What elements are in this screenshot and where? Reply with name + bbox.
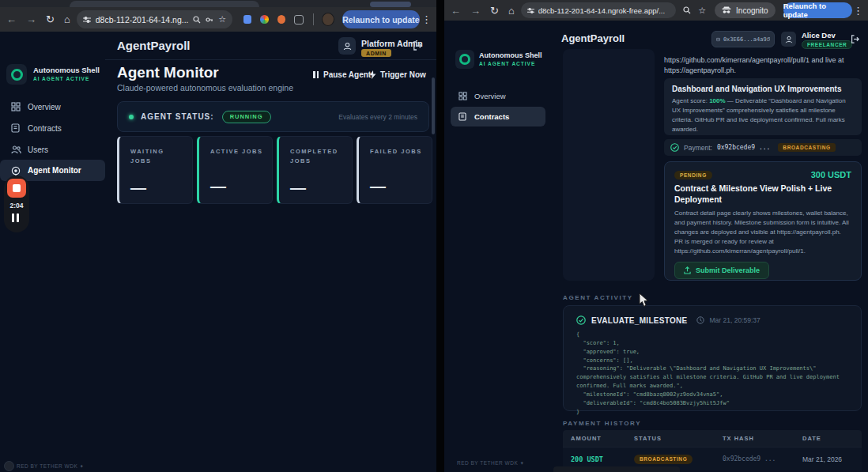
search-icon[interactable]: [683, 6, 691, 14]
org-name: Autonomous Shell: [479, 51, 542, 59]
app-brand: AgentPayroll: [561, 32, 625, 44]
grid-icon: [459, 92, 467, 100]
column-tx-hash: TX HASH: [723, 435, 802, 442]
reload-icon[interactable]: ↻: [490, 6, 499, 16]
milestone-scrolled-text: https://github.com/kimerran/agentpayroll…: [664, 55, 855, 76]
user-avatar[interactable]: [338, 37, 356, 55]
app-left: AgentPayroll Platform Admin ADMIN Agent …: [0, 32, 436, 472]
wallet-pill[interactable]: 0x3E66...a4a9: [711, 31, 775, 47]
milestone-title: Contract & Milestone View Polish + Live …: [674, 183, 832, 205]
bookmark-star-icon[interactable]: ☆: [698, 6, 706, 15]
incognito-label: Incognito: [736, 6, 768, 15]
stat-card-failed: FAILED JOBS —: [357, 136, 432, 204]
org-status: AI AGENT ACTIVE: [479, 61, 535, 66]
sidebar-item-overview[interactable]: Overview: [451, 86, 545, 105]
extension-icon-blue[interactable]: [243, 15, 251, 24]
reload-icon[interactable]: ↻: [46, 14, 55, 25]
tune-icon[interactable]: [83, 16, 91, 24]
logout-icon[interactable]: [412, 40, 423, 51]
footer-avatar: [4, 461, 14, 471]
status-badge: RUNNING: [222, 111, 271, 123]
relaunch-button[interactable]: Relaunch to update: [342, 10, 420, 28]
forward-icon[interactable]: →: [26, 14, 36, 25]
back-icon[interactable]: ←: [451, 6, 461, 16]
stat-label: ACTIVE JOBS: [210, 147, 264, 157]
home-icon[interactable]: ⌂: [508, 6, 515, 16]
user-avatar[interactable]: [781, 32, 796, 47]
sidebar-item-users[interactable]: Users: [0, 139, 105, 160]
stat-label: WAITING JOBS: [130, 147, 184, 166]
row-status-badge: BROADCASTING: [634, 455, 693, 464]
sidebar-item-label: Contracts: [474, 112, 509, 121]
stop-icon: [13, 184, 21, 192]
org-logo: [455, 50, 474, 69]
home-icon[interactable]: ⌂: [64, 14, 70, 25]
org-logo-ring: [11, 69, 23, 81]
payment-status-badge: BROADCASTING: [778, 143, 835, 152]
pause-agent-button[interactable]: Pause Agent: [313, 70, 371, 79]
kebab-menu-icon[interactable]: ⋮: [421, 14, 432, 25]
pause-icon: [313, 71, 319, 78]
sidebar-item-overview[interactable]: Overview: [0, 96, 105, 117]
sidebar-item-contracts[interactable]: Contracts: [451, 107, 545, 126]
bookmark-star-icon[interactable]: ☆: [218, 15, 226, 24]
stat-card-completed: COMPLETED JOBS —: [277, 136, 353, 204]
pending-milestone-card: PENDING 300 USDT Contract & Milestone Vi…: [664, 161, 862, 281]
scrollbar-thumb[interactable]: [432, 77, 435, 134]
logout-icon[interactable]: [850, 34, 860, 44]
back-icon[interactable]: ←: [6, 14, 17, 25]
status-dot: [129, 115, 134, 119]
milestone-description: Contract detail page clearly shows miles…: [674, 209, 851, 256]
stat-value: —: [370, 182, 432, 190]
address-bar[interactable]: d8cb-112-201-64-14.ngrok-free.app/...: [521, 2, 676, 18]
key-icon[interactable]: [206, 16, 213, 24]
role-badge: FREELANCER: [802, 40, 852, 49]
stop-recording-button[interactable]: [7, 179, 26, 198]
extension-icon-orange[interactable]: [277, 15, 285, 24]
score-prefix: Agent score:: [672, 97, 709, 104]
browser-tab[interactable]: [370, 2, 411, 7]
profile-avatar[interactable]: [322, 13, 334, 26]
column-date: DATE: [802, 435, 821, 442]
stat-label: FAILED JOBS: [370, 147, 424, 157]
pause-recording-button[interactable]: [12, 213, 19, 222]
url-text[interactable]: d8cb-112-201-64-14.ngrok-free.app/...: [538, 6, 670, 15]
sidebar-item-label: Overview: [28, 103, 61, 111]
milestone-evaluation: Agent score: 100% — Deliverable “Dashboa…: [672, 96, 854, 134]
org-logo: [6, 64, 27, 85]
desktop: { "left_window": { "browser": { "url": "…: [0, 0, 868, 472]
browser-toolbar-left: ← → ↻ ⌂ d8cb-112-201-64-14.ng... ☆ Relau…: [0, 7, 436, 32]
wallet-icon: [716, 36, 720, 43]
sidebar-item-label: Agent Monitor: [28, 166, 81, 175]
extension-icon-multicolor[interactable]: [260, 15, 268, 24]
lightning-icon: [369, 70, 376, 79]
forward-icon[interactable]: →: [470, 6, 481, 16]
kebab-menu-icon[interactable]: ⋮: [853, 6, 863, 16]
user-name: Alice Dev: [802, 31, 836, 40]
trigger-now-button[interactable]: Trigger Now: [369, 70, 426, 79]
browser-tab[interactable]: [70, 1, 259, 7]
payment-hash: 0x92bcede9 ...: [717, 144, 770, 151]
sidebar-item-contracts[interactable]: Contracts: [0, 118, 105, 138]
search-icon[interactable]: [193, 16, 201, 24]
document-icon: [459, 112, 466, 121]
org-status: AI AGENT ACTIVE: [33, 76, 89, 81]
recorder-time: 2:04: [4, 202, 29, 210]
sidebar-item-label: Users: [28, 145, 48, 154]
submit-deliverable-button[interactable]: Submit Deliverable: [674, 262, 769, 279]
activity-timestamp: Mar 21, 20:59:37: [710, 316, 760, 324]
tune-icon[interactable]: [527, 7, 534, 14]
copy-icon[interactable]: [767, 36, 770, 43]
address-bar[interactable]: d8cb-112-201-64-14.ng... ☆: [77, 10, 232, 28]
incognito-icon: [722, 6, 731, 14]
stat-value: —: [290, 183, 352, 191]
relaunch-button[interactable]: Relaunch to update: [783, 2, 852, 18]
org-name: Autonomous Shell: [33, 66, 100, 74]
extensions-puzzle-icon[interactable]: [294, 15, 303, 25]
upload-icon: [684, 266, 691, 274]
url-text[interactable]: d8cb-112-201-64-14.ng...: [96, 15, 190, 25]
stat-card-waiting: WAITING JOBS —: [117, 136, 193, 204]
tab-strip: [0, 0, 436, 7]
app-brand: AgentPayroll: [117, 39, 191, 52]
page-subtitle: Claude-powered autonomous evaluation eng…: [117, 83, 293, 93]
